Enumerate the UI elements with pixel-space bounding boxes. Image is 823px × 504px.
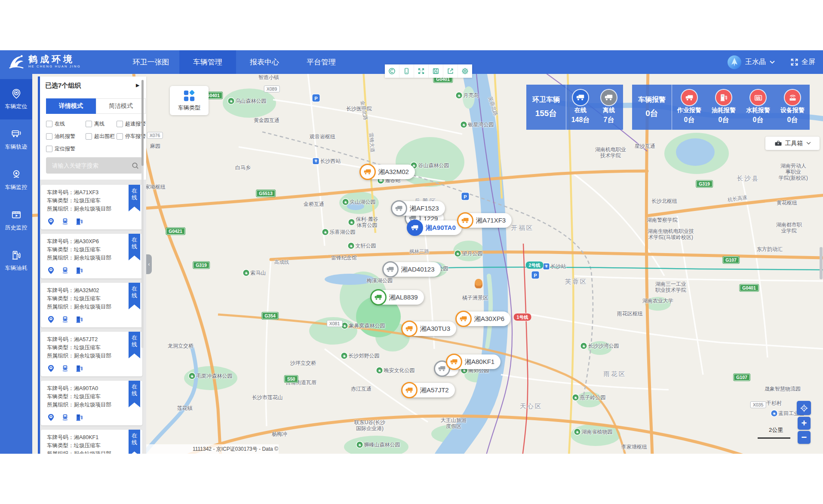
locate-pin-icon[interactable] [47, 266, 55, 275]
vehicle-card[interactable]: 车牌号码：湘A57JT2 车辆类型：垃圾压缩车 所属组织：厨余垃圾项目部 [41, 332, 142, 376]
vehicle-type: 垃圾压缩车 [74, 394, 101, 400]
avatar[interactable] [728, 55, 741, 69]
mode-tab[interactable]: 简洁模式 [96, 98, 146, 114]
checkbox[interactable] [86, 121, 92, 127]
filter-checkbox[interactable]: 定位报警 [46, 145, 86, 153]
locate-pin-icon[interactable] [47, 413, 55, 422]
clear-screen-icon[interactable] [385, 64, 399, 78]
vehicle-marker[interactable]: 湘AD40123 [383, 262, 441, 277]
map-place-label: 高成线 [274, 259, 289, 265]
work-alarm-truck-icon [682, 90, 697, 105]
vehicle-marker-truck-icon [401, 382, 418, 398]
filter-checkbox[interactable]: 离线 [86, 120, 117, 128]
filter-checkbox[interactable]: 油耗报警 [46, 133, 86, 140]
vehicle-card[interactable]: 车牌号码：湘A80KF1 车辆类型：垃圾压缩车 所属组织：厨余垃圾项目部 [41, 430, 142, 454]
search-input[interactable] [46, 162, 132, 169]
vehicle-marker[interactable]: 湘A80KF1 [447, 354, 501, 369]
settings-gear-icon[interactable] [458, 64, 472, 78]
checkbox[interactable] [117, 121, 123, 127]
nav-tab[interactable]: 车辆管理 [179, 50, 236, 74]
vehicle-card[interactable]: 车牌号码：湘A30XP6 车辆类型：垃圾压缩车 所属组织：厨余垃圾项目部 [41, 234, 142, 278]
locate-pin-icon[interactable] [47, 364, 55, 373]
locate-button[interactable] [797, 401, 811, 415]
vehicle-marker[interactable]: 湘A90TA0 [408, 220, 462, 235]
nav-tab[interactable]: 平台管理 [293, 50, 350, 74]
user-name[interactable]: 王水晶 [745, 58, 766, 67]
checkbox[interactable] [117, 133, 123, 140]
vehicle-type-button[interactable]: 车辆类型 [170, 86, 209, 115]
vehicle-marker-plate: 湘A71XF3 [476, 217, 506, 225]
fuel-pump-icon[interactable] [75, 266, 83, 275]
toolbox-button[interactable]: 工具箱 [765, 137, 820, 150]
vehicle-card[interactable]: 车牌号码：湘A32M02 车辆类型：垃圾压缩车 所属组织：厨余垃圾项目部 [41, 283, 142, 327]
mode-tab[interactable]: 详情模式 [46, 98, 96, 114]
map-place-label: 金桥互通 [304, 201, 324, 207]
vehicle-alarm-label: 车辆报警 [638, 95, 666, 104]
save-icon[interactable] [429, 64, 443, 78]
vehicle-marker[interactable]: 湘A71XF3 [458, 213, 512, 228]
vehicle-marker[interactable]: 湘A30XP6 [456, 312, 510, 326]
fullscreen-button[interactable]: 全屏 [790, 58, 815, 67]
sidebar-item-vehicle-fuel[interactable]: 车辆油耗 [0, 241, 32, 281]
zoom-in-button[interactable]: + [798, 417, 811, 430]
sidebar-item-history-monitor[interactable]: 历史监控 [0, 200, 32, 241]
vehicle-marker[interactable]: 湘AL8839 [371, 290, 424, 305]
checkbox[interactable] [46, 121, 52, 127]
track-bus-icon[interactable] [61, 413, 69, 422]
map-place-label: 梅溪湖公园 [367, 278, 393, 284]
fuel-pump-icon[interactable] [75, 315, 83, 324]
filter-label: 离线 [94, 120, 104, 128]
vehicle-marker[interactable]: 湘AF1523 [392, 201, 445, 216]
water-alarm-stat: 水耗报警 0台 [741, 90, 775, 125]
checkbox[interactable] [46, 146, 52, 152]
map-place-label: 湖南警察学院 [647, 217, 678, 223]
search-icon[interactable] [132, 162, 139, 169]
page-scrollbar-thumb[interactable] [820, 247, 823, 279]
zoom-out-button[interactable]: − [798, 431, 811, 444]
checkbox[interactable] [46, 133, 52, 140]
vehicle-card[interactable]: 车牌号码：湘A71XF3 车辆类型：垃圾压缩车 所属组织：厨余垃圾项目部 [41, 185, 142, 229]
poi-type-icon [341, 353, 347, 359]
fuel-pump-icon[interactable] [75, 217, 83, 226]
nav-tab[interactable]: 报表中心 [236, 50, 293, 74]
vehicle-list: 车牌号码：湘A71XF3 车辆类型：垃圾压缩车 所属组织：厨余垃圾项目部 [40, 180, 146, 454]
track-bus-icon[interactable] [61, 315, 69, 324]
sidebar-item-vehicle-locate[interactable]: 车辆定位 [0, 79, 32, 119]
nav-tab[interactable]: 环卫一张图 [123, 50, 179, 74]
track-bus-icon[interactable] [61, 266, 69, 275]
vehicle-marker[interactable]: 湘A32M02 [360, 165, 415, 179]
filter-checkbox[interactable]: 在线 [46, 120, 86, 128]
vehicle-plate: 湘A57JT2 [74, 336, 98, 342]
poi-type-icon [461, 122, 467, 128]
mobile-view-icon[interactable] [399, 64, 414, 78]
list-scrollbar-thumb[interactable] [141, 80, 144, 166]
vehicle-marker-truck-icon [407, 220, 423, 236]
chevron-down-icon[interactable] [770, 61, 775, 64]
track-bus-icon[interactable] [61, 217, 69, 226]
expand-icon[interactable] [414, 64, 429, 78]
fuel-pump-icon[interactable] [75, 413, 83, 422]
vehicle-marker-truck-icon [401, 321, 418, 337]
vehicle-marker-truck-icon [370, 289, 387, 305]
panel-collapse-handle[interactable]: ‹ [146, 254, 152, 274]
fuel-pump-icon[interactable] [75, 364, 83, 373]
locate-pin-icon[interactable] [47, 217, 55, 226]
sidebar-item-label: 车辆轨迹 [5, 143, 28, 151]
poi-type-icon [228, 98, 234, 104]
sidebar-item-vehicle-track[interactable]: 车辆轨迹 [0, 119, 32, 160]
checkbox[interactable] [86, 133, 92, 140]
share-icon[interactable] [443, 64, 458, 78]
vehicle-card[interactable]: 车牌号码：湘A90TA0 车辆类型：垃圾压缩车 所属组织：厨余垃圾项目部 [41, 381, 142, 425]
org-selector[interactable]: 已选7个组织 [45, 82, 81, 90]
fleet-total: 环卫车辆 155台 [526, 85, 566, 130]
vehicle-marker-truck-icon [457, 212, 473, 229]
sidebar-item-vehicle-monitor[interactable]: 车辆监控 [0, 160, 32, 200]
track-bus-icon[interactable] [61, 364, 69, 373]
org-expand-arrow-icon[interactable]: ▶ [136, 82, 139, 88]
map-place-label: 尖山湖公园 [343, 199, 376, 205]
filter-checkbox[interactable]: 超出围栏 [86, 133, 117, 140]
vehicle-marker[interactable]: 湘A30TU3 [402, 321, 456, 336]
vehicle-marker[interactable]: 湘A57JT2 [402, 383, 455, 397]
poi-type-icon [313, 158, 319, 164]
locate-pin-icon[interactable] [47, 315, 55, 324]
